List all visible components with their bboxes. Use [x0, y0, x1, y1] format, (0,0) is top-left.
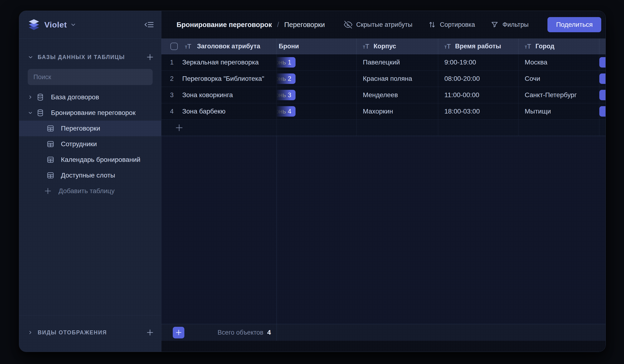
add-table-button[interactable]: Добавить таблицу [19, 183, 161, 199]
section-databases-label: БАЗЫ ДАННЫХ И ТАБЛИЦЫ [38, 54, 125, 60]
column-header-clipped [599, 39, 605, 54]
hidden-attributes-button[interactable]: Скрытые атрибуты [344, 20, 412, 29]
column-header-city[interactable]: Город [518, 39, 599, 54]
filters-button[interactable]: Фильтры [491, 21, 528, 29]
cell-title-text: Зона коворкинга [182, 91, 233, 99]
cell-building[interactable]: Менделеев [356, 87, 438, 103]
column-header-bookings[interactable]: Брони [277, 39, 356, 54]
sort-arrows-icon [428, 21, 436, 29]
collapse-sidebar-icon[interactable] [144, 21, 154, 28]
column-label: Корпус [373, 43, 396, 50]
sidebar-item-database-contracts[interactable]: База договоров [19, 89, 161, 105]
sidebar-item-database-bookings[interactable]: Бронирование переговорок [19, 105, 161, 121]
add-record-row[interactable] [161, 120, 605, 136]
chip-label: Бронь 4 [277, 106, 295, 117]
cell-bookings[interactable]: Бронь 1 [277, 54, 356, 70]
cell-title[interactable]: 4 Зона барбекю [161, 103, 277, 119]
text-type-icon [363, 43, 369, 50]
breadcrumb-database[interactable]: Бронирование переговорок [177, 21, 272, 29]
table-row: 2 Переговорка "Библиотека" Бронь 2 Красн… [161, 71, 605, 87]
workspace-switcher-chevron-icon[interactable] [70, 22, 76, 28]
chevron-right-icon[interactable] [28, 95, 34, 100]
app-window: Violet БАЗЫ ДАННЫХ И ТАБЛИЦЫ [19, 11, 606, 352]
add-view-button[interactable] [146, 328, 154, 337]
topbar: Бронирование переговорок / Переговорки С… [161, 11, 605, 39]
cell-hours[interactable]: 18:00-03:00 [438, 103, 518, 119]
chevron-down-icon[interactable] [28, 54, 34, 60]
cell-city[interactable]: Мытищи [518, 103, 599, 119]
add-record-icon[interactable] [161, 123, 184, 132]
sidebar-item-table-employees[interactable]: Сотрудники [19, 136, 161, 152]
column-label: Город [535, 43, 554, 50]
cell-city[interactable]: Москва [518, 54, 599, 70]
cell-text: Павелецкий [357, 58, 400, 66]
add-object-button[interactable] [173, 327, 184, 338]
linked-record-chip[interactable]: Бронь 2 [277, 74, 295, 84]
linked-record-chip[interactable]: Бронь 4 [277, 106, 295, 117]
search-input[interactable] [33, 74, 147, 81]
app-logo-icon [28, 19, 40, 31]
cell-building[interactable]: Павелецкий [356, 54, 438, 70]
linked-record-chip[interactable]: Бронь 3 [277, 90, 295, 100]
cell-hours[interactable]: 9:00-19:00 [438, 54, 518, 70]
cell-title[interactable]: 2 Переговорка "Библиотека" [161, 71, 277, 87]
sidebar-item-label: Переговорки [61, 125, 100, 132]
add-table-label: Добавить таблицу [58, 187, 114, 195]
column-header-title[interactable]: Заголовок атрибута [161, 39, 277, 54]
cell-text: 9:00-19:00 [438, 58, 476, 66]
cell-hours[interactable]: 11:00-00:00 [438, 87, 518, 103]
cell-city[interactable]: Санкт-Петербург [518, 87, 599, 103]
select-all-checkbox[interactable] [170, 43, 178, 50]
table-icon [46, 156, 56, 164]
breadcrumb-separator: / [277, 21, 279, 29]
breadcrumb-table[interactable]: Переговорки [284, 21, 325, 29]
grid-empty-area [161, 136, 605, 324]
linked-record-chip-clipped[interactable] [599, 106, 605, 117]
linked-record-chip[interactable]: Бронь 1 [277, 57, 295, 68]
cell-bookings[interactable]: Бронь 2 [277, 71, 356, 87]
table-icon [46, 171, 56, 180]
cell-building[interactable]: Махоркин [356, 103, 438, 119]
chip-label: Бронь 3 [277, 90, 295, 100]
filters-label: Фильтры [502, 21, 528, 28]
total-objects-label: Всего объектов [218, 329, 263, 336]
cell-title[interactable]: 3 Зона коворкинга [161, 87, 277, 103]
linked-record-chip-clipped[interactable] [599, 57, 605, 68]
sidebar-item-table-booking-calendar[interactable]: Календарь бронирований [19, 152, 161, 168]
column-header-hours[interactable]: Время работы [438, 39, 518, 54]
main-area: Бронирование переговорок / Переговорки С… [161, 11, 605, 352]
row-number: 4 [161, 108, 182, 115]
cell-title-text: Зона барбекю [182, 107, 225, 115]
grid-footer-spacer [161, 341, 605, 352]
cell-bookings[interactable]: Бронь 4 [277, 103, 356, 119]
linked-record-chip-clipped[interactable] [599, 74, 605, 84]
database-tree: База договоров Бронирование переговорок [19, 89, 161, 199]
table-row: 4 Зона барбекю Бронь 4 Махоркин 18:00-03… [161, 103, 605, 120]
add-database-button[interactable] [146, 53, 154, 61]
chevron-right-icon[interactable] [28, 330, 34, 335]
cell-text: Менделеев [357, 91, 398, 99]
row-number: 3 [161, 91, 182, 99]
cell-title[interactable]: 1 Зеркальная переговорка [161, 54, 277, 70]
linked-record-chip-clipped[interactable] [599, 90, 605, 100]
cell-bookings[interactable]: Бронь 3 [277, 87, 356, 103]
share-button[interactable]: Поделиться [547, 17, 601, 32]
cell-city[interactable]: Сочи [518, 71, 599, 87]
cell-building[interactable]: Красная поляна [356, 71, 438, 87]
hidden-attributes-label: Скрытые атрибуты [356, 21, 412, 28]
sidebar-section-databases: БАЗЫ ДАННЫХ И ТАБЛИЦЫ [19, 52, 161, 62]
sidebar-header: Violet [19, 11, 161, 39]
table-row: 3 Зона коворкинга Бронь 3 Менделеев 11:0… [161, 87, 605, 103]
chevron-down-icon[interactable] [28, 110, 34, 115]
cell-hours[interactable]: 08:00-20:00 [438, 71, 518, 87]
row-number: 2 [161, 75, 182, 82]
sidebar-section-views: ВИДЫ ОТОБРАЖЕНИЯ [19, 315, 161, 352]
cell-text: Сочи [519, 75, 540, 82]
table-row: 1 Зеркальная переговорка Бронь 1 Павелец… [161, 54, 605, 71]
sidebar-body: БАЗЫ ДАННЫХ И ТАБЛИЦЫ База договоров [19, 39, 161, 315]
sidebar-item-table-meeting-rooms[interactable]: Переговорки [19, 121, 161, 136]
column-header-building[interactable]: Корпус [356, 39, 438, 54]
sorting-button[interactable]: Сортировка [428, 21, 475, 29]
sidebar-item-table-available-slots[interactable]: Доступные слоты [19, 168, 161, 183]
chip-label: Бронь 1 [277, 57, 295, 68]
